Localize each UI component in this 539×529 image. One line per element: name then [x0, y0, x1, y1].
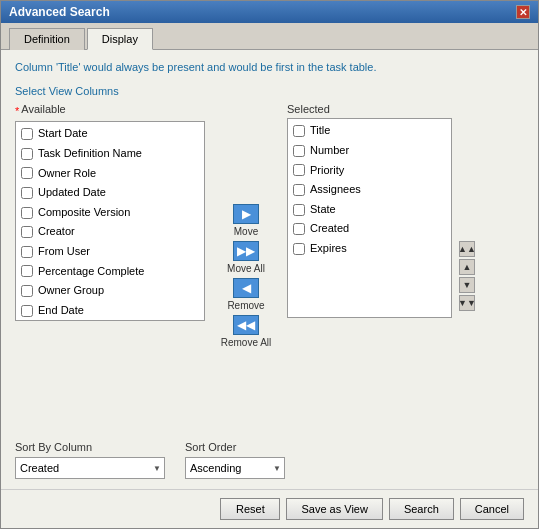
- move-button[interactable]: ▶ Move: [233, 204, 259, 237]
- list-item[interactable]: From User: [18, 242, 202, 262]
- available-label: Available: [21, 103, 65, 115]
- list-item[interactable]: Title: [290, 121, 449, 141]
- info-text: Column 'Title' would always be present a…: [15, 60, 524, 75]
- move-all-button[interactable]: ▶▶ Move All: [227, 241, 265, 274]
- selected-panel: Selected Title Number Priority: [287, 103, 452, 431]
- move-up-button[interactable]: ▲: [459, 259, 475, 275]
- search-button[interactable]: Search: [389, 498, 454, 520]
- list-item[interactable]: Composite Version: [18, 203, 202, 223]
- available-item-checkbox-0[interactable]: [21, 128, 33, 140]
- available-item-checkbox-8[interactable]: [21, 285, 33, 297]
- sort-by-column-label: Sort By Column: [15, 441, 165, 453]
- available-item-checkbox-6[interactable]: [21, 246, 33, 258]
- window-title: Advanced Search: [9, 5, 110, 19]
- sort-by-column-wrapper: Created Title Number Priority Assignees …: [15, 457, 165, 479]
- list-item[interactable]: Owner Role: [18, 164, 202, 184]
- selected-item-checkbox-1[interactable]: [293, 145, 305, 157]
- selected-item-checkbox-2[interactable]: [293, 164, 305, 176]
- remove-button[interactable]: ◀ Remove: [227, 278, 264, 311]
- selected-item-checkbox-3[interactable]: [293, 184, 305, 196]
- selected-item-checkbox-6[interactable]: [293, 243, 305, 255]
- right-arrows: ▲▲ ▲ ▼ ▼▼: [458, 103, 476, 431]
- list-item[interactable]: Percentage Complete: [18, 262, 202, 282]
- reset-button[interactable]: Reset: [220, 498, 280, 520]
- sort-order-group: Sort Order Ascending Descending: [185, 441, 285, 479]
- save-as-view-button[interactable]: Save as View: [286, 498, 382, 520]
- list-item[interactable]: Expires: [290, 239, 449, 259]
- selected-item-checkbox-5[interactable]: [293, 223, 305, 235]
- list-item[interactable]: Updated Date: [18, 183, 202, 203]
- sort-order-label: Sort Order: [185, 441, 285, 453]
- list-item[interactable]: Creator: [18, 222, 202, 242]
- select-view-label: Select View Columns: [15, 85, 524, 97]
- middle-buttons: ▶ Move ▶▶ Move All ◀ Remove ◀◀ Remove Al…: [211, 103, 281, 431]
- tab-bar: Definition Display: [1, 23, 538, 50]
- list-item[interactable]: Assignees: [290, 180, 449, 200]
- tab-display[interactable]: Display: [87, 28, 153, 50]
- move-bottom-button[interactable]: ▼▼: [459, 295, 475, 311]
- available-item-checkbox-2[interactable]: [21, 167, 33, 179]
- list-item[interactable]: Task Definition Name: [18, 144, 202, 164]
- remove-label: Remove: [227, 300, 264, 311]
- cancel-button[interactable]: Cancel: [460, 498, 524, 520]
- selected-label: Selected: [287, 103, 452, 115]
- selected-item-checkbox-4[interactable]: [293, 204, 305, 216]
- remove-all-label: Remove All: [221, 337, 272, 348]
- list-item[interactable]: Start Date: [18, 124, 202, 144]
- move-all-icon[interactable]: ▶▶: [233, 241, 259, 261]
- available-item-checkbox-1[interactable]: [21, 148, 33, 160]
- content-area: Column 'Title' would always be present a…: [1, 50, 538, 489]
- available-item-checkbox-9[interactable]: [21, 305, 33, 317]
- list-item[interactable]: Priority: [290, 161, 449, 181]
- available-item-checkbox-4[interactable]: [21, 207, 33, 219]
- available-item-checkbox-5[interactable]: [21, 226, 33, 238]
- move-down-button[interactable]: ▼: [459, 277, 475, 293]
- available-item-checkbox-7[interactable]: [21, 265, 33, 277]
- columns-area: * Available Start Date Task Definition N…: [15, 103, 524, 431]
- remove-icon[interactable]: ◀: [233, 278, 259, 298]
- selected-listbox[interactable]: Title Number Priority Assignees: [287, 118, 452, 318]
- sort-by-column-select[interactable]: Created Title Number Priority Assignees …: [15, 457, 165, 479]
- available-listbox[interactable]: Start Date Task Definition Name Owner Ro…: [15, 121, 205, 321]
- move-icon[interactable]: ▶: [233, 204, 259, 224]
- required-star: *: [15, 105, 19, 117]
- tab-definition[interactable]: Definition: [9, 28, 85, 50]
- remove-all-icon[interactable]: ◀◀: [233, 315, 259, 335]
- list-item[interactable]: Owner Group: [18, 281, 202, 301]
- footer: Reset Save as View Search Cancel: [1, 489, 538, 528]
- list-item[interactable]: State: [290, 200, 449, 220]
- sort-order-select[interactable]: Ascending Descending: [185, 457, 285, 479]
- close-button[interactable]: ✕: [516, 5, 530, 19]
- available-panel: * Available Start Date Task Definition N…: [15, 103, 205, 431]
- selected-item-checkbox-0[interactable]: [293, 125, 305, 137]
- list-item[interactable]: Created: [290, 219, 449, 239]
- sort-by-column-group: Sort By Column Created Title Number Prio…: [15, 441, 165, 479]
- move-label: Move: [234, 226, 258, 237]
- title-bar: Advanced Search ✕: [1, 1, 538, 23]
- list-item[interactable]: Number: [290, 141, 449, 161]
- list-item[interactable]: End Date: [18, 301, 202, 321]
- move-all-label: Move All: [227, 263, 265, 274]
- available-item-checkbox-3[interactable]: [21, 187, 33, 199]
- remove-all-button[interactable]: ◀◀ Remove All: [221, 315, 272, 348]
- window: Advanced Search ✕ Definition Display Col…: [0, 0, 539, 529]
- sort-row: Sort By Column Created Title Number Prio…: [15, 441, 524, 479]
- sort-order-wrapper: Ascending Descending: [185, 457, 285, 479]
- move-top-button[interactable]: ▲▲: [459, 241, 475, 257]
